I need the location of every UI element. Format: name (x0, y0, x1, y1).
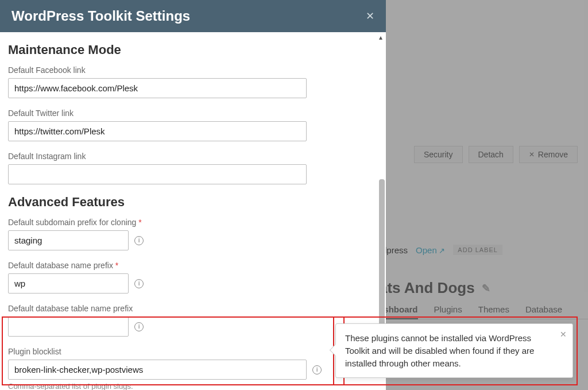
settings-modal: WordPress Toolkit Settings ✕ ▴ Maintenan… (0, 0, 386, 390)
required-icon: * (115, 261, 118, 270)
dbname-field: Default database name prefix * i (8, 261, 374, 294)
dbtable-field: Default database table name prefix i (8, 304, 374, 337)
maintenance-mode-heading: Maintenance Mode (8, 43, 374, 57)
twitter-input[interactable] (8, 121, 307, 141)
info-icon[interactable]: i (312, 365, 322, 374)
instagram-label: Default Instagram link (8, 152, 374, 161)
subdomain-label: Default subdomain prefix for cloning * (8, 218, 374, 227)
dbname-label-text: Default database name prefix (8, 261, 113, 270)
dbtable-label: Default database table name prefix (8, 304, 374, 313)
facebook-field: Default Facebook link (8, 65, 374, 98)
dbname-input[interactable] (8, 273, 129, 294)
facebook-input[interactable] (8, 78, 307, 98)
twitter-label: Default Twitter link (8, 109, 374, 118)
instagram-field: Default Instagram link (8, 152, 374, 184)
subdomain-label-text: Default subdomain prefix for cloning (8, 218, 136, 227)
close-icon[interactable]: ✕ (366, 10, 374, 22)
blocklist-helper: Comma-separated list of plugin slugs. (8, 382, 374, 390)
blocklist-label: Plugin blocklist (8, 347, 374, 356)
required-icon: * (138, 218, 141, 227)
advanced-features-heading: Advanced Features (8, 195, 374, 210)
info-icon[interactable]: i (134, 236, 144, 245)
blocklist-field: Plugin blocklist i Comma-separated list … (8, 347, 374, 390)
subdomain-field: Default subdomain prefix for cloning * i (8, 218, 374, 250)
info-icon[interactable]: i (134, 279, 144, 288)
facebook-label: Default Facebook link (8, 65, 374, 75)
twitter-field: Default Twitter link (8, 109, 374, 141)
modal-body: Maintenance Mode Default Facebook link D… (0, 32, 386, 390)
dbname-label: Default database name prefix * (8, 261, 374, 270)
modal-header: WordPress Toolkit Settings ✕ (0, 0, 386, 32)
modal-title: WordPress Toolkit Settings (11, 8, 190, 24)
info-icon[interactable]: i (134, 322, 144, 331)
tooltip-close-icon[interactable]: ✕ (560, 329, 567, 340)
instagram-input[interactable] (8, 164, 307, 184)
blocklist-tooltip: ✕ These plugins cannot be installed via … (335, 323, 573, 378)
dbtable-input[interactable] (8, 316, 129, 337)
subdomain-input[interactable] (8, 230, 129, 250)
tooltip-text: These plugins cannot be installed via Wo… (345, 333, 534, 368)
blocklist-input[interactable] (8, 360, 307, 380)
